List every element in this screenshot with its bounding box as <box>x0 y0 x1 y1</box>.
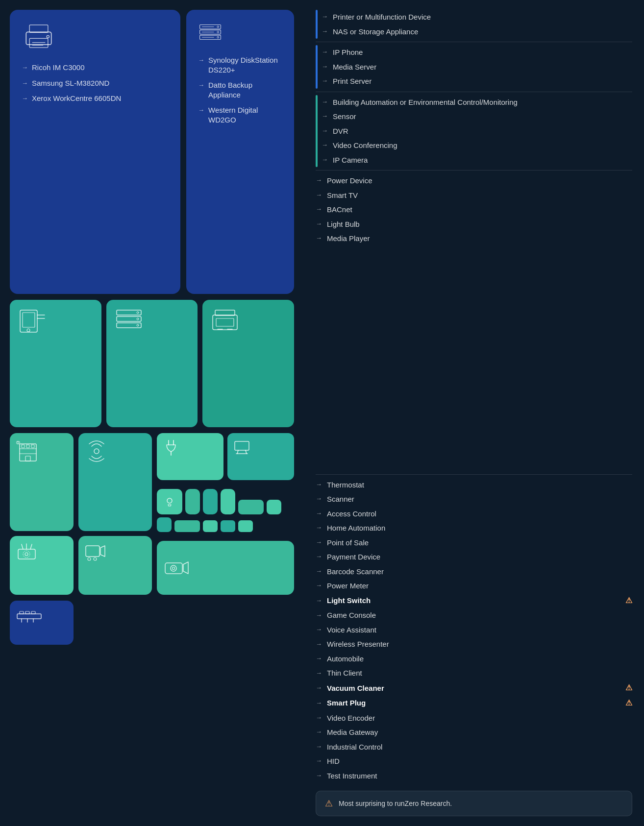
bottom-left-col <box>10 433 74 595</box>
section-bar-1 <box>316 10 318 39</box>
arrow-icon: → <box>316 772 322 780</box>
printer-item-1[interactable]: → Ricoh IM C3000 <box>22 63 169 73</box>
server-card <box>106 300 198 427</box>
divider-1 <box>316 42 632 42</box>
right-item-printserver[interactable]: → Print Server <box>322 74 632 89</box>
footnote-box: ⚠ Most surprising to runZero Research. <box>316 791 632 816</box>
arrow-icon: → <box>316 481 322 489</box>
section-2: → IP Phone → Media Server → Print Server <box>316 45 632 89</box>
section-content-4: → Power Device → Smart TV → BACnet → Lig… <box>316 173 632 471</box>
svg-point-58 <box>167 498 172 503</box>
right-item-smarttv[interactable]: → Smart TV <box>316 188 632 203</box>
right-item-hid[interactable]: →HID <box>316 754 632 769</box>
right-item-ba[interactable]: → Building Automation or Environmental C… <box>322 95 632 110</box>
arrow-icon: → <box>316 728 322 736</box>
right-item-payment[interactable]: →Payment Device <box>316 550 632 564</box>
right-item-thermostat[interactable]: →Thermostat <box>316 478 632 492</box>
arrow-icon: → <box>322 13 328 21</box>
svg-rect-28 <box>216 318 234 326</box>
video-conf-card <box>78 536 152 595</box>
svg-line-55 <box>237 450 238 454</box>
svg-rect-21 <box>117 316 141 321</box>
arrow-icon: → <box>316 714 322 722</box>
warning-icon-vacuum: ⚠ <box>625 683 632 693</box>
right-item-videoenc[interactable]: →Video Encoder <box>316 711 632 726</box>
server-icon <box>114 308 144 335</box>
printer-item-3[interactable]: → Xerox WorkCentre 6605DN <box>22 94 169 103</box>
right-item-scanner[interactable]: →Scanner <box>316 492 632 507</box>
wireless-icon <box>84 439 109 463</box>
section-bar-2 <box>316 45 318 89</box>
arrow-icon: → <box>316 699 322 707</box>
right-item-printer[interactable]: → Printer or Multifunction Device <box>322 10 632 24</box>
right-item-accesscontrol[interactable]: →Access Control <box>316 507 632 521</box>
nas-item-2[interactable]: → Datto Backup Appliance <box>198 80 282 99</box>
right-item-smartplug[interactable]: → Smart Plug ⚠ <box>316 696 632 711</box>
right-item-lightbulb[interactable]: → Light Bulb <box>316 217 632 232</box>
divider-3 <box>316 170 632 170</box>
right-item-barcode[interactable]: →Barcode Scanner <box>316 564 632 579</box>
right-panel: → Printer or Multifunction Device → NAS … <box>304 0 644 826</box>
top-row: → Ricoh IM C3000 → Samsung SL-M3820ND → … <box>10 10 294 294</box>
right-item-auto[interactable]: →Automobile <box>316 652 632 666</box>
display-icon <box>233 439 250 456</box>
right-item-pos[interactable]: →Point of Sale <box>316 535 632 550</box>
right-item-sensor[interactable]: → Sensor <box>322 109 632 124</box>
arrow-icon: → <box>22 79 28 88</box>
multifunction-icon <box>210 308 240 335</box>
svg-rect-54 <box>235 441 249 450</box>
svg-line-41 <box>22 544 23 549</box>
right-item-mediaserver[interactable]: → Media Server <box>322 60 632 74</box>
printer-card: → Ricoh IM C3000 → Samsung SL-M3820ND → … <box>10 10 180 294</box>
svg-point-45 <box>23 551 30 558</box>
arrow-icon: → <box>322 141 328 149</box>
nas-list: → Synology DiskStation DS220+ → Datto Ba… <box>198 55 282 124</box>
display-card <box>227 433 294 480</box>
building-card <box>10 433 74 531</box>
server-icon-area <box>114 308 190 335</box>
right-item-lightswitch[interactable]: → Light Switch ⚠ <box>316 593 632 608</box>
nas-item-1[interactable]: → Synology DiskStation DS220+ <box>198 55 282 74</box>
right-item-voiceassist[interactable]: →Voice Assistant <box>316 623 632 637</box>
bar3-card <box>221 489 235 514</box>
svg-rect-20 <box>117 310 141 315</box>
right-item-industrial[interactable]: →Industrial Control <box>316 740 632 754</box>
right-item-ipcam[interactable]: → IP Camera <box>322 153 632 168</box>
printer-item-2[interactable]: → Samsung SL-M3820ND <box>22 78 169 88</box>
plug-icon <box>163 439 180 456</box>
right-item-ipphone[interactable]: → IP Phone <box>322 45 632 60</box>
right-item-vacuum[interactable]: → Vacuum Cleaner ⚠ <box>316 680 632 696</box>
light-bulb-card <box>157 489 182 514</box>
arrow-icon: → <box>322 156 328 164</box>
right-item-nas[interactable]: → NAS or Storage Appliance <box>322 24 632 39</box>
right-item-testinst[interactable]: →Test Instrument <box>316 769 632 783</box>
arrow-icon: → <box>322 63 328 71</box>
printer-list: → Ricoh IM C3000 → Samsung SL-M3820ND → … <box>22 63 169 103</box>
svg-point-50 <box>94 558 97 560</box>
network-cable-card <box>10 601 74 645</box>
right-item-mediaplayer[interactable]: → Media Player <box>316 231 632 246</box>
arrow-icon: → <box>316 655 322 663</box>
right-item-wireless-presenter[interactable]: →Wireless Presenter <box>316 637 632 652</box>
right-item-powermeter[interactable]: →Power Meter <box>316 579 632 593</box>
arrow-icon: → <box>322 112 328 121</box>
right-item-homeauto[interactable]: →Home Automation <box>316 521 632 535</box>
arrow-icon: → <box>322 127 328 135</box>
camera-card <box>157 541 294 595</box>
right-item-thinclient[interactable]: →Thin Client <box>316 666 632 680</box>
svg-rect-47 <box>86 546 99 557</box>
arrow-icon: → <box>316 626 322 634</box>
svg-rect-31 <box>20 444 36 461</box>
right-item-bacnet[interactable]: → BACnet <box>316 202 632 217</box>
right-item-gameconsole[interactable]: →Game Console <box>316 608 632 623</box>
svg-point-49 <box>88 558 91 560</box>
svg-point-9 <box>217 26 219 28</box>
svg-point-25 <box>137 324 139 326</box>
right-item-dvr[interactable]: → DVR <box>322 124 632 139</box>
nas-item-3[interactable]: → Western Digital WD2GO <box>198 105 282 124</box>
right-item-videoconf[interactable]: → Video Conferencing <box>322 138 632 153</box>
phone-icon-area <box>18 308 94 335</box>
right-item-power[interactable]: → Power Device <box>316 173 632 188</box>
divider-2 <box>316 92 632 92</box>
right-item-mediagw[interactable]: →Media Gateway <box>316 725 632 740</box>
